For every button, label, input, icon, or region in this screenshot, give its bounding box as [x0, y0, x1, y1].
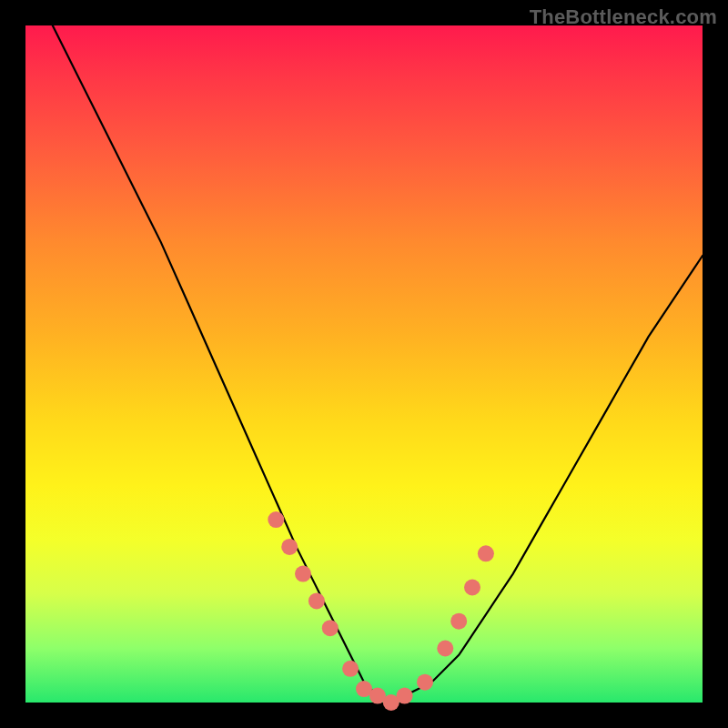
- curve-svg: [25, 25, 703, 703]
- marker-dot: [464, 580, 480, 596]
- marker-dot: [397, 688, 413, 704]
- marker-dot: [478, 545, 494, 561]
- marker-dot: [437, 641, 453, 657]
- marker-dot: [295, 566, 311, 582]
- marker-dot: [281, 539, 298, 555]
- marker-group: [268, 511, 494, 711]
- marker-dot: [322, 620, 339, 636]
- marker-dot: [308, 592, 325, 609]
- watermark-text: TheBottleneck.com: [530, 5, 717, 29]
- chart-frame: TheBottleneck.com: [0, 0, 728, 728]
- marker-dot: [342, 661, 359, 677]
- marker-dot: [450, 613, 467, 630]
- bottleneck-curve: [53, 25, 703, 703]
- marker-dot: [417, 674, 433, 691]
- marker-dot: [268, 511, 284, 528]
- plot-area: [25, 25, 703, 703]
